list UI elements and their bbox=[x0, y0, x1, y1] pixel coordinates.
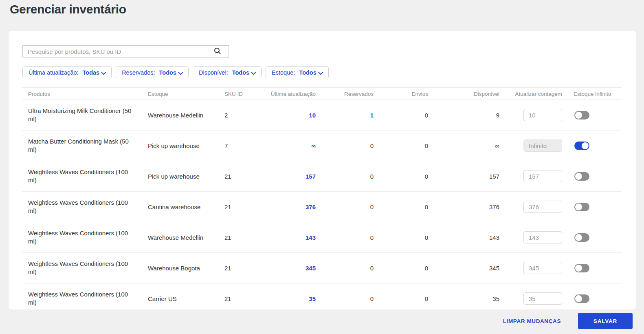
filter-last-update[interactable]: Última atualização:Todas bbox=[22, 66, 112, 78]
filter-bar: Última atualização:Todas Reservados:Todo… bbox=[22, 66, 622, 78]
filter-available[interactable]: Disponível:Todos bbox=[193, 66, 262, 78]
filter-reserved[interactable]: Reservados:Todos bbox=[116, 66, 189, 78]
chevron-down-icon bbox=[179, 70, 182, 73]
filter-label: Reservados: bbox=[122, 69, 155, 76]
infinite-stock-toggle[interactable] bbox=[574, 203, 589, 211]
shipments-value: 0 bbox=[379, 265, 434, 272]
infinite-stock-toggle[interactable] bbox=[574, 264, 589, 272]
product-name: Weightless Waves Conditioners (100 ml) bbox=[28, 199, 136, 215]
last-update-link[interactable]: ∞ bbox=[311, 142, 316, 149]
infinite-stock-toggle[interactable] bbox=[574, 294, 589, 303]
count-input[interactable] bbox=[523, 139, 562, 152]
chevron-down-icon bbox=[102, 70, 106, 73]
product-name: Weightless Waves Conditioners (100 ml) bbox=[28, 168, 136, 185]
toggle-knob bbox=[575, 173, 582, 180]
warehouse-name: Carrier US bbox=[142, 295, 219, 302]
filter-label: Estoque: bbox=[272, 69, 295, 76]
filter-label: Disponível: bbox=[199, 69, 228, 76]
table-row: Matcha Butter Conditioning Mask (50 ml) … bbox=[22, 131, 622, 161]
chevron-down-icon bbox=[319, 70, 323, 73]
reserved-value: 0 bbox=[370, 203, 374, 210]
search-icon bbox=[214, 47, 221, 56]
available-value: 345 bbox=[434, 265, 505, 272]
table-row: Weightless Waves Conditioners (100 ml) C… bbox=[22, 192, 622, 222]
warehouse-name: Cantina warehouse bbox=[142, 203, 219, 210]
header-shipments: Envios bbox=[379, 91, 434, 97]
page-title: Gerenciar inventário bbox=[10, 2, 126, 16]
sku-id-value: 21 bbox=[219, 265, 260, 272]
count-input[interactable] bbox=[523, 262, 562, 274]
save-button[interactable]: SALVAR bbox=[578, 313, 633, 329]
last-update-link[interactable]: 157 bbox=[306, 173, 316, 180]
header-update-count: Atualizar contagem bbox=[505, 91, 568, 97]
sku-id-value: 21 bbox=[219, 203, 260, 210]
available-value: ∞ bbox=[434, 142, 505, 149]
filter-value: Todos bbox=[159, 69, 176, 76]
count-input[interactable] bbox=[523, 292, 562, 305]
reserved-value[interactable]: 1 bbox=[370, 112, 374, 119]
chevron-down-icon bbox=[252, 70, 255, 73]
sku-id-value: 21 bbox=[219, 295, 260, 302]
last-update-link[interactable]: 376 bbox=[306, 203, 316, 210]
table-row: Weightless Waves Conditioners (100 ml) W… bbox=[22, 253, 622, 283]
header-products: Produtos bbox=[22, 91, 142, 97]
product-name: Weightless Waves Conditioners (100 ml) bbox=[28, 229, 136, 246]
warehouse-name: Pick up warehouse bbox=[142, 173, 219, 180]
infinite-stock-toggle[interactable] bbox=[574, 233, 589, 242]
product-name: Ultra Moisturizing Milk Conditioner (50 … bbox=[28, 107, 136, 124]
table-row: Weightless Waves Conditioners (100 ml) C… bbox=[22, 283, 622, 310]
warehouse-name: Pick up warehouse bbox=[142, 142, 219, 149]
toggle-knob bbox=[575, 234, 582, 241]
filter-label: Última atualização: bbox=[29, 69, 79, 76]
toggle-knob bbox=[575, 112, 582, 119]
last-update-link[interactable]: 10 bbox=[309, 112, 316, 119]
toggle-knob bbox=[582, 142, 589, 149]
infinite-stock-toggle[interactable] bbox=[574, 172, 589, 181]
toggle-knob bbox=[575, 295, 582, 302]
reserved-value: 0 bbox=[370, 173, 374, 180]
table-row: Ultra Moisturizing Milk Conditioner (50 … bbox=[22, 100, 622, 131]
last-update-link[interactable]: 345 bbox=[306, 265, 316, 272]
search-input[interactable] bbox=[22, 45, 206, 58]
clear-changes-button[interactable]: LIMPAR MUDANÇAS bbox=[503, 318, 561, 324]
table-body: Ultra Moisturizing Milk Conditioner (50 … bbox=[22, 100, 622, 310]
infinite-stock-toggle[interactable] bbox=[574, 142, 589, 150]
footer-actions: LIMPAR MUDANÇAS SALVAR bbox=[0, 313, 633, 329]
sku-id-value: 21 bbox=[219, 173, 260, 180]
inventory-table: Produtos Estoque SKU ID Última atualizaç… bbox=[22, 87, 622, 310]
filter-stock[interactable]: Estoque:Todos bbox=[266, 66, 329, 78]
last-update-link[interactable]: 143 bbox=[306, 234, 316, 241]
table-row: Weightless Waves Conditioners (100 ml) W… bbox=[22, 222, 622, 253]
sku-id-value: 21 bbox=[219, 234, 260, 241]
product-name: Matcha Butter Conditioning Mask (50 ml) bbox=[28, 137, 136, 154]
search-button[interactable] bbox=[206, 45, 229, 58]
available-value: 143 bbox=[434, 234, 505, 241]
available-value: 9 bbox=[434, 112, 505, 119]
warehouse-name: Warehouse Medellin bbox=[142, 112, 219, 119]
sku-id-value: 7 bbox=[219, 142, 260, 149]
header-reserved: Reservados bbox=[321, 91, 379, 97]
header-infinite-stock: Estoque infinito bbox=[568, 91, 621, 97]
reserved-value: 0 bbox=[370, 234, 374, 241]
manage-inventory-page: Gerenciar inventário Última at bbox=[0, 0, 644, 334]
filter-value: Todas bbox=[83, 69, 100, 76]
shipments-value: 0 bbox=[379, 295, 434, 302]
reserved-value: 0 bbox=[370, 295, 374, 302]
shipments-value: 0 bbox=[379, 203, 434, 210]
header-stock: Estoque bbox=[142, 91, 219, 97]
last-update-link[interactable]: 35 bbox=[309, 295, 316, 302]
shipments-value: 0 bbox=[379, 112, 434, 119]
table-row: Weightless Waves Conditioners (100 ml) P… bbox=[22, 161, 622, 192]
count-input[interactable] bbox=[523, 201, 562, 213]
product-name: Weightless Waves Conditioners (100 ml) bbox=[28, 290, 136, 307]
warehouse-name: Warehouse Medellin bbox=[142, 234, 219, 241]
count-input[interactable] bbox=[523, 109, 562, 121]
search-bar bbox=[22, 45, 622, 58]
shipments-value: 0 bbox=[379, 234, 434, 241]
count-input[interactable] bbox=[523, 170, 562, 182]
header-sku-id: SKU ID bbox=[219, 91, 260, 97]
count-input[interactable] bbox=[523, 231, 562, 243]
reserved-value: 0 bbox=[370, 265, 374, 272]
infinite-stock-toggle[interactable] bbox=[574, 111, 589, 119]
toggle-knob bbox=[575, 265, 582, 272]
